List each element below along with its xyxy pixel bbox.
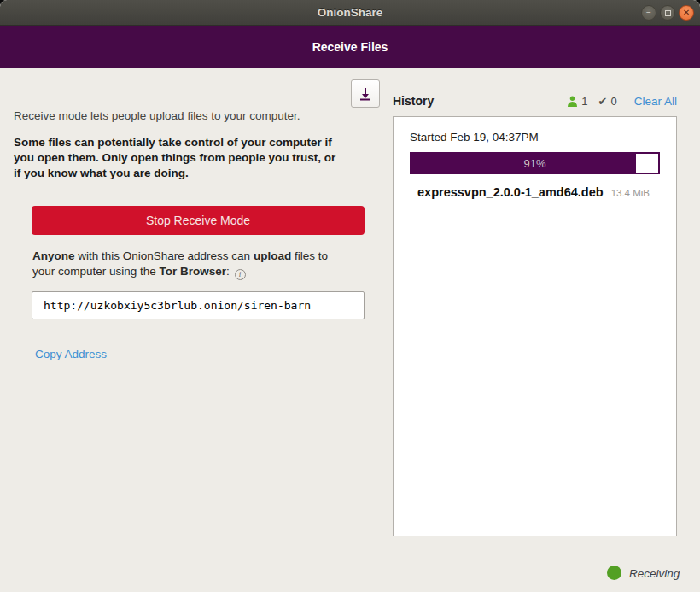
completed-check-icon: ✔ [598, 95, 608, 108]
file-name: expressvpn_2.0.0-1_amd64.deb [417, 185, 604, 199]
info-icon[interactable]: i [235, 269, 246, 280]
close-icon: ✕ [683, 9, 690, 17]
titlebar[interactable]: OnionShare − ✕ [0, 0, 700, 26]
download-icon [358, 86, 373, 102]
history-header: History 1 ✔ 0 Clear All [393, 92, 677, 109]
mode-header-title: Receive Files [0, 26, 700, 68]
status-label: Receiving [629, 567, 680, 580]
clear-all-link[interactable]: Clear All [634, 95, 677, 108]
upload-started-label: Started Feb 19, 04:37PM [410, 131, 539, 144]
history-title: History [393, 94, 434, 108]
onion-address-input[interactable] [32, 291, 365, 319]
onionshare-window: OnionShare − ✕ Receive Files Receive mod… [0, 0, 700, 592]
connected-user-icon [567, 96, 578, 107]
address-note-rich: Anyone with this OnionShare address can … [32, 249, 328, 278]
copy-address-link[interactable]: Copy Address [35, 348, 107, 360]
history-stats: 1 ✔ 0 Clear All [567, 95, 677, 108]
upload-progress-bar: 91% [410, 152, 660, 174]
connected-count: 1 [581, 95, 587, 108]
file-size: 13.4 MiB [611, 188, 650, 198]
receive-intro-text: Receive mode lets people upload files to… [14, 108, 300, 124]
main-content: Receive mode lets people upload files to… [0, 68, 700, 592]
stop-receive-button[interactable]: Stop Receive Mode [32, 206, 365, 235]
maximize-button[interactable] [660, 5, 675, 21]
progress-percent-label: 91% [411, 154, 658, 173]
window-title: OnionShare [0, 0, 700, 26]
minimize-icon: − [646, 9, 651, 17]
uploaded-file-row: expressvpn_2.0.0-1_amd64.deb 13.4 MiB [417, 185, 650, 199]
minimize-button[interactable]: − [641, 5, 656, 21]
maximize-icon [665, 10, 671, 16]
status-dot-icon [607, 566, 621, 580]
address-note-text: Anyone with this OnionShare address can … [32, 249, 376, 280]
mode-header: Receive Files [0, 26, 700, 68]
receive-mode-button[interactable] [351, 79, 380, 108]
history-list[interactable]: Started Feb 19, 04:37PM 91% expressvpn_2… [393, 116, 677, 536]
completed-count: 0 [610, 95, 616, 108]
receive-warning-text: Some files can potentially take control … [14, 135, 388, 181]
close-button[interactable]: ✕ [679, 5, 694, 21]
